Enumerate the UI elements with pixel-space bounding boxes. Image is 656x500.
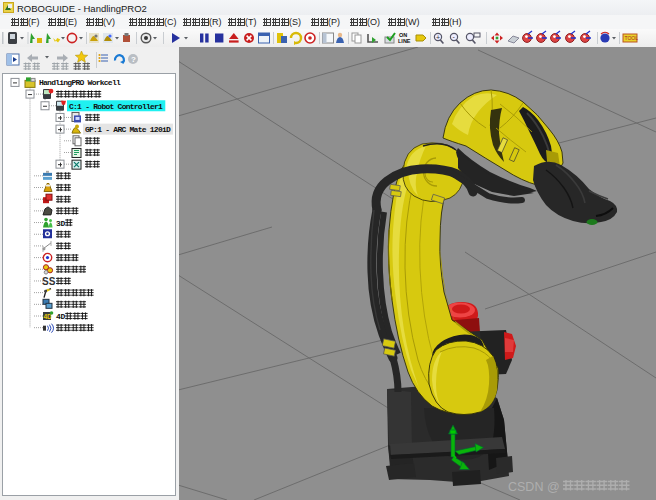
svg-text:D: D bbox=[61, 312, 66, 321]
svg-text:D: D bbox=[61, 219, 66, 228]
svg-text:CSDN @: CSDN @ bbox=[508, 480, 560, 494]
svg-text:LINE: LINE bbox=[398, 38, 411, 44]
svg-text:C:1 - Robot Controller1: C:1 - Robot Controller1 bbox=[69, 102, 163, 111]
svg-text:GP:1 - ARC Mate 120iD: GP:1 - ARC Mate 120iD bbox=[85, 125, 171, 134]
svg-text:HandlingPRO Workcell: HandlingPRO Workcell bbox=[39, 78, 121, 87]
svg-text:+: + bbox=[436, 34, 440, 41]
svg-text:SS: SS bbox=[42, 276, 56, 287]
svg-text:TOOL: TOOL bbox=[625, 35, 639, 41]
svg-text:?: ? bbox=[131, 55, 136, 64]
